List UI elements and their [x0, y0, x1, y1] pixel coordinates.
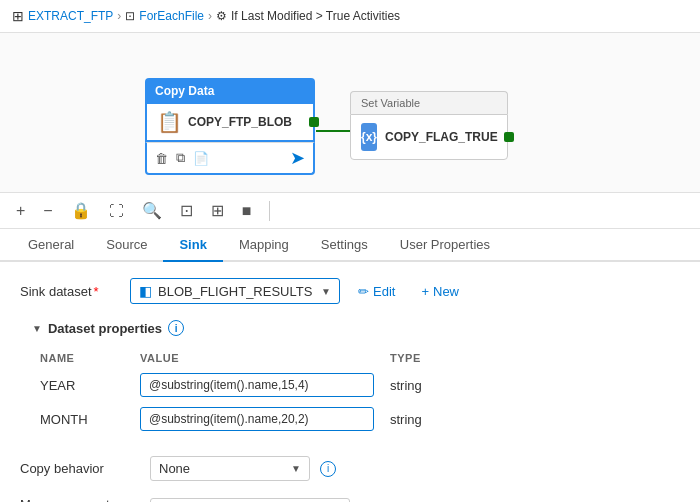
prop-type: string	[382, 402, 680, 436]
tab-bar: General Source Sink Mapping Settings Use…	[0, 229, 700, 262]
new-button[interactable]: + New	[413, 280, 467, 303]
breadcrumb-sep-1: ›	[208, 9, 212, 23]
add-icon[interactable]: +	[12, 200, 29, 222]
prop-value-input[interactable]	[140, 407, 374, 431]
col-header-type: TYPE	[382, 348, 680, 368]
collapse-icon[interactable]: ▼	[32, 323, 42, 334]
toolbar: + − 🔒 ⛶ 🔍 ⊡ ⊞ ■	[0, 193, 700, 229]
breadcrumb-item-2: If Last Modified > True Activities	[231, 9, 400, 23]
edit-button[interactable]: ✏ Edit	[350, 280, 403, 303]
pipeline-canvas[interactable]: Copy Data 📋 COPY_FTP_BLOB 🗑 ⧉ 📄 ➤ Set Va…	[0, 33, 700, 193]
tab-source[interactable]: Source	[90, 229, 163, 262]
copy-behavior-value: None	[159, 461, 285, 476]
dataset-properties-section: ▼ Dataset properties i NAME VALUE TYPE Y…	[32, 320, 680, 436]
breadcrumb-sep-0: ›	[117, 9, 121, 23]
copy-behavior-label: Copy behavior	[20, 461, 140, 476]
dataset-name: BLOB_FLIGHT_RESULTS	[158, 284, 315, 299]
clone-icon[interactable]: 📄	[193, 151, 209, 166]
dropdown-icon: ▼	[321, 286, 331, 297]
col-header-value: VALUE	[132, 348, 382, 368]
table-row: MONTH string	[32, 402, 680, 436]
remove-icon[interactable]: −	[39, 200, 56, 222]
sink-dataset-label: Sink dataset*	[20, 284, 120, 299]
info-icon[interactable]: i	[168, 320, 184, 336]
breadcrumb-item-0[interactable]: EXTRACT_FTP	[28, 9, 113, 23]
breadcrumb-icon: ⊞	[12, 8, 24, 24]
sink-panel: Sink dataset* ◧ BLOB_FLIGHT_RESULTS ▼ ✏ …	[0, 262, 700, 502]
set-variable-node[interactable]: Set Variable {x} COPY_FLAG_TRUE	[350, 91, 508, 160]
prop-type: string	[382, 368, 680, 402]
sink-dataset-row: Sink dataset* ◧ BLOB_FLIGHT_RESULTS ▼ ✏ …	[20, 278, 680, 304]
copy-behavior-dropdown-icon: ▼	[291, 463, 301, 474]
variable-icon: {x}	[361, 123, 377, 151]
copy-node-content: 📋 COPY_FTP_BLOB	[145, 104, 315, 142]
max-concurrent-label: Max concurrent connections	[20, 497, 140, 502]
plus-icon: +	[421, 284, 429, 299]
fit-icon[interactable]: ⛶	[105, 200, 128, 221]
set-var-header: Set Variable	[350, 91, 508, 114]
copy-icon[interactable]: ⧉	[176, 150, 185, 166]
breadcrumb-icon-1: ⊡	[125, 9, 135, 23]
max-concurrent-input[interactable]	[150, 498, 350, 502]
copy-behavior-row: Copy behavior None ▼ i	[20, 456, 680, 481]
table-row: YEAR string	[32, 368, 680, 402]
tab-settings[interactable]: Settings	[305, 229, 384, 262]
toolbar-separator	[269, 201, 270, 221]
prop-value-input[interactable]	[140, 373, 374, 397]
delete-icon[interactable]: 🗑	[155, 151, 168, 166]
breadcrumb-item-1[interactable]: ForEachFile	[139, 9, 204, 23]
breadcrumb-icon-2: ⚙	[216, 9, 227, 23]
set-var-body: {x} COPY_FLAG_TRUE	[350, 114, 508, 160]
tab-general[interactable]: General	[12, 229, 90, 262]
tab-user-properties[interactable]: User Properties	[384, 229, 506, 262]
copy-node-footer: 🗑 ⧉ 📄 ➤	[145, 142, 315, 175]
grid-icon[interactable]: ⊞	[207, 199, 228, 222]
run-icon[interactable]: ➤	[290, 147, 305, 169]
tab-mapping[interactable]: Mapping	[223, 229, 305, 262]
max-concurrent-row: Max concurrent connections i	[20, 497, 680, 502]
prop-name: MONTH	[32, 402, 132, 436]
dataset-props-header: ▼ Dataset properties i	[32, 320, 680, 336]
copy-node-icon: 📋	[157, 110, 182, 134]
dataset-icon: ◧	[139, 283, 152, 299]
copy-data-node[interactable]: Copy Data 📋 COPY_FTP_BLOB 🗑 ⧉ 📄 ➤	[145, 78, 315, 175]
set-var-label: COPY_FLAG_TRUE	[385, 130, 498, 144]
set-var-right-connector	[504, 132, 514, 142]
lock-icon[interactable]: 🔒	[67, 199, 95, 222]
copy-behavior-select[interactable]: None ▼	[150, 456, 310, 481]
bottom-fields: Copy behavior None ▼ i Max concurrent co…	[20, 456, 680, 502]
col-header-name: NAME	[32, 348, 132, 368]
prop-name: YEAR	[32, 368, 132, 402]
dark-icon[interactable]: ■	[238, 200, 256, 222]
copy-node-label: COPY_FTP_BLOB	[188, 115, 292, 129]
required-indicator: *	[94, 284, 99, 299]
edit-icon: ✏	[358, 284, 369, 299]
breadcrumb: ⊞ EXTRACT_FTP › ⊡ ForEachFile › ⚙ If Las…	[0, 0, 700, 33]
zoom-in-icon[interactable]: 🔍	[138, 199, 166, 222]
prop-value[interactable]	[132, 402, 382, 436]
tab-sink[interactable]: Sink	[163, 229, 222, 262]
properties-table: NAME VALUE TYPE YEAR string MONTH string	[32, 348, 680, 436]
layout-icon[interactable]: ⊡	[176, 199, 197, 222]
copy-behavior-info-icon[interactable]: i	[320, 461, 336, 477]
prop-value[interactable]	[132, 368, 382, 402]
sink-dataset-select[interactable]: ◧ BLOB_FLIGHT_RESULTS ▼	[130, 278, 340, 304]
copy-node-title: Copy Data	[145, 78, 315, 104]
